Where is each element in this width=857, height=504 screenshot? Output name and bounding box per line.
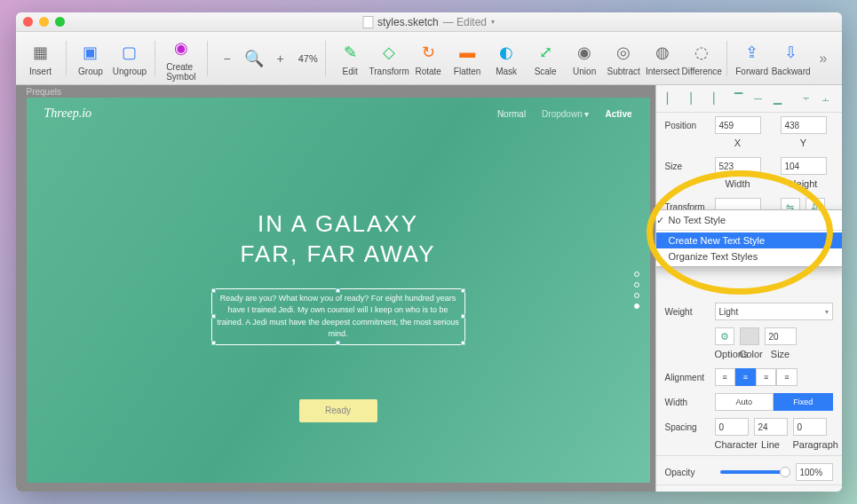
opacity-slider[interactable]	[720, 470, 785, 474]
width-field[interactable]: 523	[715, 157, 761, 175]
canvas[interactable]: Prequels Threep.io Normal Dropdown ▾ Act…	[16, 85, 655, 492]
width-fixed[interactable]: Fixed	[774, 393, 833, 411]
text-align-right[interactable]: ≡	[756, 368, 776, 386]
align-right[interactable]: ▕	[702, 91, 718, 106]
char-spacing[interactable]: 0	[715, 418, 749, 436]
artboard[interactable]: Threep.io Normal Dropdown ▾ Active IN A …	[27, 98, 650, 483]
text-style-none[interactable]: No Text Style	[655, 212, 842, 228]
page-dots[interactable]	[634, 272, 639, 309]
zoom-control[interactable]: − 🔍 + 47%	[215, 46, 318, 71]
paragraph-text: Ready are you? What know you of ready? F…	[214, 291, 463, 343]
zoom-window[interactable]	[55, 17, 65, 27]
group-button[interactable]: ▣Group	[73, 38, 108, 78]
headline: IN A GALAXY FAR, FAR AWAY	[27, 209, 650, 270]
intersect-button[interactable]: ◍Intersect	[645, 38, 680, 78]
para-spacing[interactable]: 0	[793, 418, 827, 436]
weight-select[interactable]: Light▾	[715, 303, 833, 320]
spacing-label: Spacing	[665, 422, 710, 432]
make-exportable[interactable]: Make Exportable+	[656, 484, 842, 492]
distribute-h[interactable]: ⫟	[798, 91, 814, 106]
minimize-window[interactable]	[39, 17, 49, 27]
weight-label: Weight	[665, 307, 710, 317]
transform-button[interactable]: ◇Transform	[371, 38, 407, 78]
text-options-button[interactable]: ⚙	[715, 327, 734, 345]
size-label: Size	[665, 161, 710, 171]
mask-button[interactable]: ◐Mask	[488, 38, 524, 78]
height-field[interactable]: 104	[781, 157, 827, 175]
align-center-v[interactable]: ─	[750, 91, 766, 106]
color-swatch[interactable]	[740, 327, 759, 345]
width-mode-label: Width	[665, 398, 710, 407]
toolbar-overflow[interactable]: »	[813, 51, 835, 67]
flatten-button[interactable]: ▬Flatten	[449, 38, 485, 78]
text-style-dropdown: No Text Style Create New Text Style Orga…	[655, 209, 842, 267]
zoom-level: 47%	[298, 53, 318, 64]
opacity-field[interactable]: 100%	[796, 463, 833, 481]
magnifier-icon: 🔍	[242, 46, 266, 71]
font-size-field[interactable]: 20	[765, 327, 797, 345]
titlebar: styles.sketch — Edited ▾	[16, 12, 842, 32]
inspector-panel: ▏ ⎮ ▕ ▔ ─ ▁ ⫟ ⫠ Position 459 438 XY Size	[655, 85, 842, 492]
rotate-button[interactable]: ↻Rotate	[410, 38, 446, 78]
subtract-button[interactable]: ◎Subtract	[606, 38, 641, 78]
plus-icon: +	[828, 491, 833, 492]
edited-status: — Edited	[443, 16, 487, 28]
cta-button[interactable]: Ready	[299, 399, 377, 422]
close-window[interactable]	[23, 17, 33, 27]
nav: Normal Dropdown ▾ Active	[497, 109, 632, 119]
union-button[interactable]: ◉Union	[567, 38, 602, 78]
create-symbol-button[interactable]: ◉Create Symbol	[162, 34, 200, 83]
scale-button[interactable]: ⤢Scale	[528, 38, 563, 78]
text-align-justify[interactable]: ≡	[776, 368, 797, 386]
align-center-h[interactable]: ⎮	[683, 91, 699, 106]
insert-button[interactable]: ▦Insert	[23, 38, 59, 78]
width-auto[interactable]: Auto	[715, 393, 774, 411]
nav-dropdown[interactable]: Dropdown ▾	[542, 109, 589, 119]
nav-active[interactable]: Active	[605, 109, 631, 119]
position-label: Position	[665, 121, 710, 130]
text-align-center[interactable]: ≡	[735, 368, 756, 386]
document-icon	[362, 16, 373, 28]
forward-button[interactable]: ⇪Forward	[734, 38, 770, 78]
align-bottom[interactable]: ▁	[770, 91, 786, 106]
create-text-style[interactable]: Create New Text Style	[655, 232, 842, 248]
toolbar: ▦Insert ▣Group ▢Ungroup ◉Create Symbol −…	[16, 32, 842, 85]
brand-logo: Threep.io	[44, 106, 92, 121]
window-title: styles.sketch	[377, 16, 439, 28]
line-spacing[interactable]: 24	[754, 418, 788, 436]
text-align-left[interactable]: ≡	[715, 368, 735, 386]
app-window: styles.sketch — Edited ▾ ▦Insert ▣Group …	[16, 12, 842, 492]
y-field[interactable]: 438	[781, 116, 827, 134]
nav-normal[interactable]: Normal	[497, 109, 526, 119]
alignment-label: Alignment	[665, 373, 710, 382]
selected-text-layer[interactable]: Ready are you? What know you of ready? F…	[214, 291, 463, 343]
opacity-label: Opacity	[665, 468, 710, 477]
backward-button[interactable]: ⇩Backward	[774, 38, 809, 78]
organize-text-styles[interactable]: Organize Text Styles	[655, 248, 842, 264]
ungroup-button[interactable]: ▢Ungroup	[112, 38, 147, 78]
distribute-v[interactable]: ⫠	[818, 91, 834, 106]
align-top[interactable]: ▔	[731, 91, 747, 106]
x-field[interactable]: 459	[715, 116, 761, 134]
page-label: Prequels	[27, 87, 61, 97]
difference-button[interactable]: ◌Difference	[684, 38, 719, 78]
align-left[interactable]: ▏	[663, 91, 679, 106]
edit-button[interactable]: ✎Edit	[332, 38, 368, 78]
title-dropdown-icon[interactable]: ▾	[491, 18, 495, 26]
